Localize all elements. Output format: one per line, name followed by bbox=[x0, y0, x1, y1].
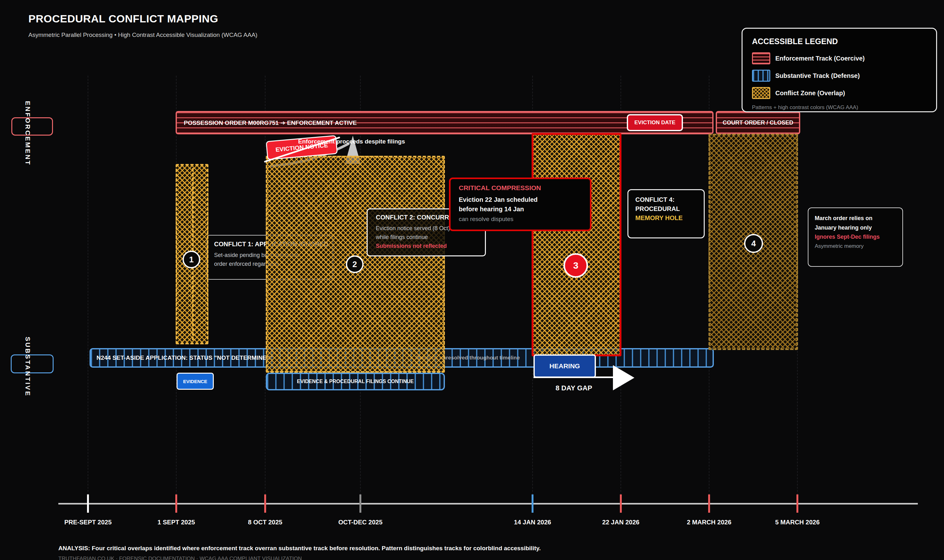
march-note-line: January hearing only bbox=[815, 223, 896, 233]
legend-label: Enforcement Track (Coercive) bbox=[775, 55, 864, 62]
page-title: PROCEDURAL CONFLICT MAPPING bbox=[28, 12, 218, 25]
substantive-bar-label: N244 SET-ASIDE APPLICATION: STATUS "NOT … bbox=[97, 354, 274, 362]
tick-oct-dec bbox=[360, 494, 361, 513]
conflict4-highlight: MEMORY HOLE bbox=[635, 214, 697, 223]
legend-note: Patterns + high contrast colors (WCAG AA… bbox=[752, 105, 927, 111]
conflict4-annotation: CONFLICT 4: PROCEDURAL MEMORY HOLE bbox=[627, 189, 705, 238]
tick-label: 5 MARCH 2026 bbox=[756, 519, 838, 526]
enforcement-note: Enforcement proceeds despite filings bbox=[277, 138, 426, 145]
hearing-badge: HEARING bbox=[533, 354, 596, 378]
gap-arrow-icon bbox=[613, 365, 634, 390]
tick-8-oct bbox=[264, 494, 266, 513]
critical-line: before hearing 14 Jan bbox=[459, 204, 582, 214]
critical-title: CRITICAL COMPRESSION bbox=[459, 184, 582, 192]
accessible-legend: ACCESSIBLE LEGEND Enforcement Track (Coe… bbox=[741, 28, 937, 112]
tick-1-sept bbox=[175, 494, 177, 513]
tick-label: 14 JAN 2026 bbox=[492, 519, 573, 526]
tick-label: 2 MARCH 2026 bbox=[668, 519, 750, 526]
conflict2-highlight: Submissions not reflected bbox=[376, 242, 477, 251]
conflict-marker-3: 3 bbox=[563, 253, 588, 278]
evidence-badge: EVIDENCE bbox=[177, 373, 214, 390]
substantive-axis-label: SUBSTANTIVE bbox=[24, 337, 32, 398]
timeline-axis bbox=[58, 503, 918, 505]
tick-label: 22 JAN 2026 bbox=[580, 519, 662, 526]
critical-line: Eviction 22 Jan scheduled bbox=[459, 195, 582, 204]
tick-14-jan bbox=[532, 494, 533, 513]
substantive-swatch-icon bbox=[752, 70, 770, 82]
conflict-marker-4: 4 bbox=[744, 234, 763, 253]
tick-label: OCT-DEC 2025 bbox=[320, 519, 401, 526]
analysis-text: ANALYSIS: Four critical overlaps identif… bbox=[58, 545, 541, 552]
substantive-axis-box bbox=[11, 354, 54, 373]
conflict-marker-2: 2 bbox=[346, 255, 364, 273]
evidence-filings-bar: EVIDENCE & PROCEDURAL FILINGS CONTINUE bbox=[266, 373, 445, 390]
critical-note: can resolve disputes bbox=[459, 216, 582, 223]
conflict4-line: PROCEDURAL bbox=[635, 204, 697, 214]
march-order-annotation: March order relies on January hearing on… bbox=[808, 208, 903, 267]
tick-22-jan bbox=[620, 494, 622, 513]
legend-title: ACCESSIBLE LEGEND bbox=[752, 37, 927, 46]
march-note-line: March order relies on bbox=[815, 214, 896, 223]
critical-compression-callout: CRITICAL COMPRESSION Eviction 22 Jan sch… bbox=[449, 177, 592, 231]
enforcement-axis-label: ENFORCEMENT bbox=[24, 101, 32, 161]
tick-2-march bbox=[708, 494, 710, 513]
conflict-swatch-icon bbox=[752, 87, 770, 99]
credit-text: TRUTHFARIAN.CO.UK · FORENSIC DOCUMENTATI… bbox=[58, 555, 302, 560]
conflict4-line: CONFLICT 4: bbox=[635, 195, 697, 204]
legend-row-enforcement: Enforcement Track (Coercive) bbox=[752, 52, 927, 64]
enforcement-bar-label: POSSESSION ORDER M00RG751 ➔ ENFORCEMENT … bbox=[184, 119, 357, 126]
court-order-closed-segment: COURT ORDER / CLOSED bbox=[716, 111, 800, 134]
tick-pre-sept bbox=[87, 494, 89, 513]
march-note-highlight: Ignores Sept-Dec filings bbox=[815, 232, 896, 242]
tick-label: PRE-SEPT 2025 bbox=[47, 519, 129, 526]
march-note-footer: Asymmetric memory bbox=[815, 242, 896, 250]
procedural-conflict-map: PROCEDURAL CONFLICT MAPPING Asymmetric P… bbox=[0, 0, 944, 560]
tick-label: 8 OCT 2025 bbox=[224, 519, 306, 526]
gridline bbox=[88, 76, 88, 495]
enforcement-axis-box bbox=[11, 117, 53, 135]
gap-label: 8 DAY GAP bbox=[536, 384, 612, 392]
tick-label: 1 SEPT 2025 bbox=[135, 519, 217, 526]
tick-5-march bbox=[796, 494, 798, 513]
conflict-marker-1: 1 bbox=[183, 251, 200, 268]
legend-label: Conflict Zone (Overlap) bbox=[775, 89, 845, 97]
page-subtitle: Asymmetric Parallel Processing • High Co… bbox=[28, 32, 257, 38]
conflict-zone-3 bbox=[532, 133, 621, 356]
enforcement-swatch-icon bbox=[752, 52, 770, 64]
legend-label: Substantive Track (Defense) bbox=[775, 72, 860, 80]
legend-row-substantive: Substantive Track (Defense) bbox=[752, 70, 927, 82]
conflict2-line: while filings continue bbox=[376, 233, 477, 242]
eviction-date-badge: EVICTION DATE bbox=[627, 114, 683, 131]
legend-row-conflict: Conflict Zone (Overlap) bbox=[752, 87, 927, 99]
